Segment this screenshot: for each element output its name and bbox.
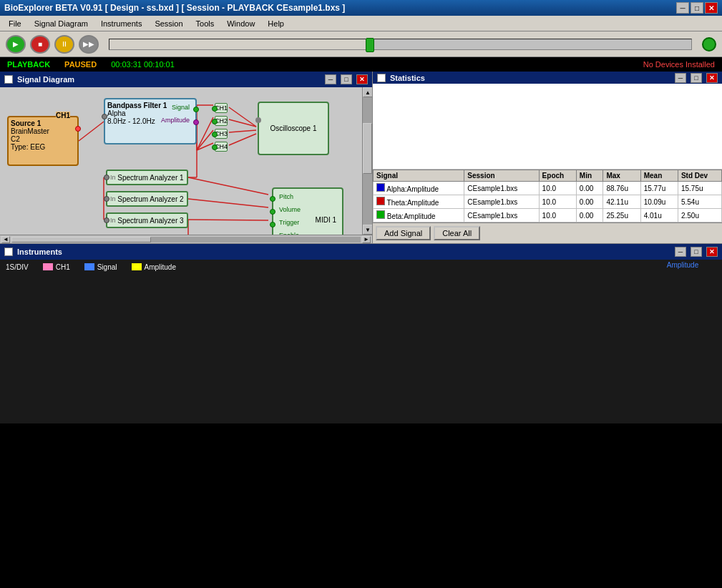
hscroll-track[interactable] (11, 237, 361, 242)
signal-diagram-vscroll[interactable]: ▲ ▼ (362, 87, 372, 235)
status-state: PAUSED (64, 60, 97, 69)
pause-button[interactable]: ⏸ (54, 35, 74, 54)
analyzer1-node[interactable]: In Spectrum Analyzer 1 (106, 170, 188, 185)
stats-min-2: 0.00 (576, 209, 603, 222)
stop-button[interactable]: ■ (30, 35, 50, 54)
progress-bar[interactable] (109, 39, 692, 50)
signal-color-2 (376, 210, 385, 219)
amplitude-title: Amplitude (643, 260, 722, 270)
menu-signal-diagram[interactable]: Signal Diagram (29, 18, 94, 29)
midi-vol-dot (270, 209, 275, 215)
menu-help[interactable]: Help (262, 18, 290, 29)
analyzer1-input (104, 175, 109, 180)
ch1-dot (212, 106, 218, 112)
statistics-checkbox[interactable] (377, 74, 386, 82)
col-stddev: Std Dev (678, 170, 721, 182)
output-ch2: CH2 (215, 116, 228, 126)
midi-trig-label: Trigger (279, 219, 299, 226)
spectrum-3d-side2-canvas (629, 423, 722, 588)
analyzer2-in-label: In (110, 195, 116, 202)
ch2-dot (212, 119, 218, 124)
menu-file[interactable]: File (3, 18, 27, 29)
signal-diagram-hscroll[interactable]: ◄ ► (0, 235, 372, 243)
hscroll-left[interactable]: ◄ (1, 236, 10, 243)
svg-line-16 (188, 199, 268, 207)
menu-tools[interactable]: Tools (190, 18, 220, 29)
statistics-chart (373, 84, 722, 170)
analyzer1-in-label: In (110, 174, 116, 181)
instruments-maximize-btn[interactable]: □ (691, 247, 702, 257)
vscroll-up[interactable]: ▲ (363, 87, 372, 97)
stats-session-1: CEsample1.bxs (464, 195, 539, 209)
instruments-header: Instruments ─ □ ✕ (0, 244, 722, 260)
stats-epoch-2: 10.0 (539, 209, 576, 222)
stats-mean-1: 10.09u (640, 195, 678, 209)
svg-line-6 (229, 107, 256, 127)
osc-ch1-label: CH1 (56, 263, 70, 271)
svg-line-5 (197, 143, 213, 150)
analyzer3-node[interactable]: In Spectrum Analyzer 3 (106, 212, 188, 228)
hscroll-thumb[interactable] (11, 237, 151, 242)
analyzer3-in-label: In (110, 217, 116, 224)
stats-row-1: Theta:Amplitude CEsample1.bxs 10.0 0.00 … (374, 195, 722, 209)
window-title: BioExplorer BETA V0.91 [ Design - ss.bxd… (4, 3, 345, 13)
add-signal-button[interactable]: Add Signal (376, 226, 431, 240)
skip-button[interactable]: ▶▶ (79, 35, 99, 54)
vscroll-track[interactable] (363, 97, 372, 225)
osc-input-dot (255, 117, 261, 123)
minimize-button[interactable]: ─ (676, 2, 689, 14)
hscroll-right[interactable]: ► (362, 236, 371, 243)
play-button[interactable]: ▶ (6, 35, 26, 54)
main-content: Signal Diagram ─ □ ✕ (0, 72, 722, 588)
vscroll-thumb[interactable] (363, 123, 372, 174)
col-signal: Signal (374, 170, 464, 182)
statistics-minimize-btn[interactable]: ─ (675, 73, 686, 83)
signal-diagram-title: Signal Diagram (17, 75, 321, 84)
signal-diagram-header: Signal Diagram ─ □ ✕ (0, 72, 372, 87)
svg-line-15 (188, 177, 268, 195)
menu-instruments[interactable]: Instruments (95, 18, 147, 29)
stats-epoch-1: 10.0 (539, 195, 576, 209)
status-mode: PLAYBACK (7, 60, 50, 69)
analyzer2-node[interactable]: In Spectrum Analyzer 2 (106, 191, 188, 207)
signal-diagram-checkbox[interactable] (4, 75, 13, 84)
progress-thumb[interactable] (366, 38, 374, 52)
menu-window[interactable]: Window (221, 18, 260, 29)
vscroll-down[interactable]: ▼ (363, 225, 372, 235)
stats-row-2: Beta:Amplitude CEsample1.bxs 10.0 0.00 2… (374, 209, 722, 222)
title-bar: BioExplorer BETA V0.91 [ Design - ss.bxd… (0, 0, 722, 16)
maximize-button[interactable]: □ (691, 2, 703, 14)
statistics-maximize-btn[interactable]: □ (691, 73, 702, 83)
amplitude-canvas-container (643, 270, 722, 423)
osc-amplitude-label: Amplitude (145, 263, 176, 271)
osc-ch1-label-container: CH1 (43, 263, 70, 271)
svg-line-0 (79, 122, 104, 141)
stats-min-1: 0.00 (576, 195, 603, 209)
midi-node[interactable]: Pitch Volume Trigger Enable MIDI 1 (272, 187, 343, 235)
signal-diagram-maximize-btn[interactable]: □ (341, 74, 352, 84)
signal-diagram-close-btn[interactable]: ✕ (356, 74, 368, 84)
osc-label: Oscilloscope 1 (270, 124, 316, 132)
col-min: Min (576, 170, 603, 182)
menu-session[interactable]: Session (149, 18, 188, 29)
statistics-close-btn[interactable]: ✕ (706, 73, 718, 83)
filter-amp-out (193, 119, 199, 125)
filter-node[interactable]: Bandpass Filter 1 Alpha 8.0Hz - 12.0Hz S… (104, 98, 197, 144)
signal-diagram-minimize-btn[interactable]: ─ (325, 74, 336, 84)
analyzer1-label: Spectrum Analyzer 1 (117, 174, 183, 182)
svg-line-7 (229, 119, 256, 127)
statistics-title: Statistics (390, 74, 670, 82)
menu-bar: File Signal Diagram Instruments Session … (0, 16, 722, 31)
clear-all-button[interactable]: Clear All (434, 226, 480, 240)
statistics-header: Statistics ─ □ ✕ (373, 72, 722, 84)
source-node[interactable]: CH1 Source 1 BrainMaster C2 Type: EEG (7, 116, 79, 166)
osc-amplitude-label-container: Amplitude (132, 263, 176, 271)
instruments-checkbox[interactable] (4, 248, 13, 256)
record-indicator (702, 37, 716, 52)
instruments-minimize-btn[interactable]: ─ (675, 247, 686, 257)
close-button[interactable]: ✕ (705, 2, 718, 14)
instruments-close-btn[interactable]: ✕ (706, 247, 718, 257)
midi-pitch-label: Pitch (279, 193, 293, 200)
oscilloscope-node[interactable]: Oscilloscope 1 (258, 102, 329, 155)
col-epoch: Epoch (539, 170, 576, 182)
